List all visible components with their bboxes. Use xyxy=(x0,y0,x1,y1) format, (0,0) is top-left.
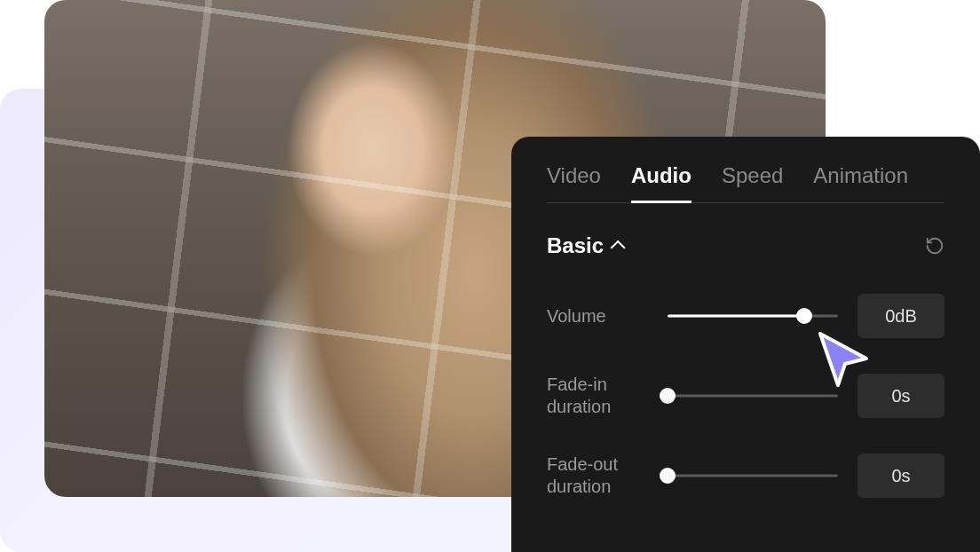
fade-out-slider[interactable] xyxy=(668,465,838,486)
volume-value[interactable]: 0dB xyxy=(858,294,944,338)
fade-in-value[interactable]: 0s xyxy=(858,374,944,418)
section-header: Basic xyxy=(547,233,944,258)
fade-out-row: Fade-out duration 0s xyxy=(547,453,944,498)
volume-slider[interactable] xyxy=(668,305,838,327)
volume-row: Volume 0dB xyxy=(547,294,944,338)
tab-video[interactable]: Video xyxy=(547,163,601,203)
tab-speed[interactable]: Speed xyxy=(722,163,783,203)
volume-label: Volume xyxy=(547,305,648,327)
reset-icon[interactable] xyxy=(925,236,944,256)
audio-settings-panel: Video Audio Speed Animation Basic Volume… xyxy=(511,137,980,552)
tab-animation[interactable]: Animation xyxy=(813,163,908,203)
section-title-basic[interactable]: Basic xyxy=(547,233,621,258)
section-title-label: Basic xyxy=(547,233,604,258)
fade-out-value[interactable]: 0s xyxy=(858,453,944,498)
chevron-up-icon xyxy=(611,241,626,256)
fade-in-row: Fade-in duration 0s xyxy=(547,374,944,418)
fade-out-label: Fade-out duration xyxy=(547,453,648,498)
tabs-bar: Video Audio Speed Animation xyxy=(547,163,944,203)
fade-in-label: Fade-in duration xyxy=(547,374,648,418)
fade-in-slider[interactable] xyxy=(668,385,838,406)
tab-audio[interactable]: Audio xyxy=(631,163,692,203)
